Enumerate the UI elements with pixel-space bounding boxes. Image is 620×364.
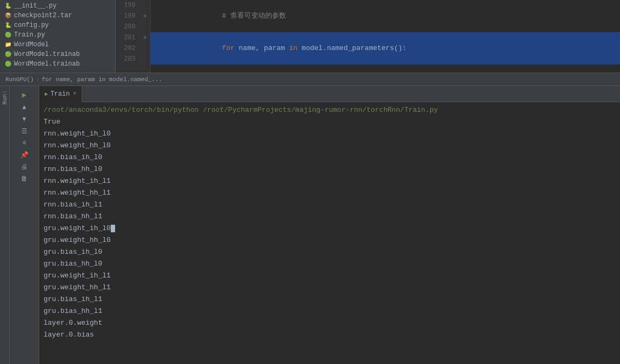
play-button[interactable]: ▶ (19, 89, 30, 100)
breadcrumb-for: for name, param in model.named_... (41, 76, 162, 83)
gutter: ◇ ◇ (140, 0, 151, 73)
line-num-200: 200 (120, 22, 136, 32)
output-rnn-bias-hh-l1: rnn.bias_hh_l1 (44, 211, 616, 223)
file-tree: 🐍 __init__.py 📦 checkpoint2.tar 🐍 config… (0, 0, 116, 73)
breadcrumb-sep-1: › (36, 76, 40, 83)
gutter-199: ◇ (144, 11, 146, 22)
line-num-198: 198 (120, 0, 136, 11)
output-gru-weight-hh-l1: gru.weight_hh_l1 (44, 282, 616, 294)
file-item-train[interactable]: 🟢 Train.py (0, 30, 115, 40)
line-num-203: 203 (120, 54, 136, 65)
file-name-train: Train.py (14, 31, 45, 39)
editor-area: 🐍 __init__.py 📦 checkpoint2.tar 🐍 config… (0, 0, 620, 86)
file-item-config[interactable]: 🐍 config.py (0, 20, 115, 30)
command-line: /root/anaconda3/envs/torch/bin/python /r… (44, 104, 616, 116)
trainfile-icon-1: 🟢 (4, 51, 12, 58)
run-label: Run: (2, 90, 8, 104)
output-rnn-weight-hh-l1: rnn.weight_hh_l1 (44, 187, 616, 199)
file-name-wordmodel-trainab1: WordModel.trainab (14, 51, 80, 58)
output-rnn-bias-ih-l0: rnn.bias_ih_l0 (44, 152, 616, 163)
output-layer-0-weight: layer.0.weight (44, 317, 616, 329)
run-label-bar: Run: (0, 86, 10, 364)
run-tab-label: ▶ Train (45, 90, 70, 98)
line-num-202: 202 (120, 43, 136, 54)
run-tab-play-icon: ▶ (45, 90, 48, 97)
output-rnn-weight-ih-l0: rnn.weight_ih_l0 (44, 128, 616, 140)
output-gru-bias-hh-l0: gru.bias_hh_l0 (44, 258, 616, 270)
train-icon: 🟢 (4, 31, 12, 39)
output-gru-bias-hh-l1: gru.bias_hh_l1 (44, 305, 616, 317)
align-button[interactable]: ≡ (20, 139, 28, 147)
print-button[interactable]: 🖨 (20, 162, 28, 171)
output-true: True (44, 116, 616, 128)
output-gru-bias-ih-l1: gru.bias_ih_l1 (44, 294, 616, 305)
line-numbers: 198 199 200 201 202 203 (116, 0, 140, 73)
file-name-init: __init__.py (14, 2, 56, 10)
output-layer-0-bias: layer.0.bias (44, 329, 616, 341)
run-panel: Run: ▶ ▲ ▼ ☰ ≡ 📌 🖨 🗑 ▶ Train × (0, 86, 620, 364)
output-rnn-weight-hh-l0: rnn.weight_hh_l0 (44, 140, 616, 152)
code-text-area[interactable]: # 查看可变动的参数 for name, param in model.name… (151, 0, 620, 73)
run-tab-train[interactable]: ▶ Train × (39, 86, 82, 102)
pin-button[interactable]: 📌 (20, 151, 28, 159)
up-button[interactable]: ▲ (20, 103, 28, 112)
code-line-200: if param.requires_grad: (151, 65, 620, 73)
py-icon-config: 🐍 (4, 22, 12, 29)
run-tab-bar: ▶ Train × (39, 86, 620, 102)
line-num-199: 199 (120, 11, 136, 22)
file-name-checkpoint: checkpoint2.tar (14, 12, 72, 19)
output-rnn-weight-ih-l1: rnn.weight_ih_l1 (44, 175, 616, 187)
gutter-201: ◇ (144, 32, 146, 43)
code-editor: 198 199 200 201 202 203 ◇ ◇ (116, 0, 620, 73)
down-button[interactable]: ▼ (20, 115, 28, 124)
trainfile-icon-2: 🟢 (4, 60, 12, 68)
cursor (111, 225, 115, 232)
output-gru-bias-ih-l0: gru.bias_ih_l0 (44, 246, 616, 258)
file-name-config: config.py (14, 22, 49, 29)
run-tab-area: ▶ Train × /root/anaconda3/envs/torch/bin… (39, 86, 620, 364)
file-item-checkpoint[interactable]: 📦 checkpoint2.tar (0, 11, 115, 20)
tar-icon: 📦 (4, 12, 12, 19)
code-section: 🐍 __init__.py 📦 checkpoint2.tar 🐍 config… (0, 0, 620, 73)
output-rnn-bias-hh-l0: rnn.bias_hh_l0 (44, 163, 616, 175)
code-line-199: for name, param in model.named_parameter… (151, 32, 620, 65)
run-output[interactable]: /root/anaconda3/envs/torch/bin/python /r… (39, 102, 620, 364)
output-rnn-bias-ih-l1: rnn.bias_ih_l1 (44, 199, 616, 211)
folder-icon: 📁 (4, 41, 12, 48)
file-name-wordmodel: WordModel (14, 41, 49, 48)
output-gru-weight-hh-l0: gru.weight_hh_l0 (44, 234, 616, 246)
file-item-wordmodel-trainab1[interactable]: 🟢 WordModel.trainab (0, 49, 115, 59)
file-item-init[interactable]: 🐍 __init__.py (0, 1, 115, 11)
line-num-201: 201 (120, 32, 136, 43)
output-gru-weight-ih-l1: gru.weight_ih_l1 (44, 270, 616, 282)
trash-button[interactable]: 🗑 (20, 174, 28, 183)
list-button[interactable]: ☰ (20, 127, 28, 135)
file-item-wordmodel[interactable]: 📁 WordModel (0, 40, 115, 49)
file-name-wordmodel-trainab2: WordModel.trainab (14, 60, 80, 68)
breadcrumb-rungpu: RunGPU() (5, 76, 34, 83)
file-item-wordmodel-trainab2[interactable]: 🟢 WordModel.trainab (0, 59, 115, 69)
breadcrumb-bar: RunGPU() › for name, param in model.name… (0, 73, 620, 85)
code-line-198: # 查看可变动的参数 (151, 0, 620, 32)
run-sidebar: ▶ ▲ ▼ ☰ ≡ 📌 🖨 🗑 (10, 86, 39, 364)
run-tab-close-button[interactable]: × (73, 91, 76, 97)
py-icon: 🐍 (4, 2, 12, 10)
output-gru-weight-ih-l0: gru.weight_ih_l0 (44, 223, 616, 234)
run-tab-name: Train (51, 90, 70, 98)
